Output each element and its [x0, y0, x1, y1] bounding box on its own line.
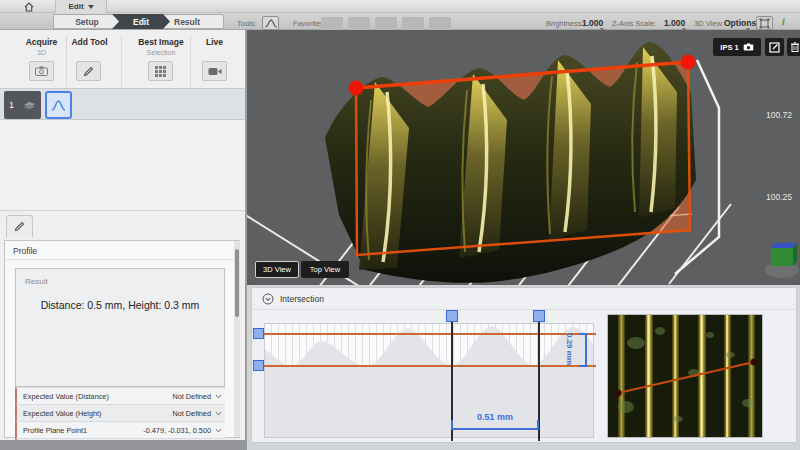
dataset-thumbnail-1[interactable]: 1 — [4, 91, 41, 119]
favorite-slot[interactable] — [402, 17, 424, 31]
result-value: Distance: 0.5 mm, Height: 0.3 mm — [16, 299, 224, 311]
profile-wave — [265, 324, 593, 437]
chevron-down-icon — [215, 428, 222, 433]
crop-frame-button[interactable] — [756, 16, 773, 30]
profile-tool-toolbar-button[interactable] — [262, 16, 279, 30]
dimension-tick — [579, 365, 587, 367]
intersection-area: Intersection 0.51 mm — [247, 285, 800, 450]
surface-layer-icon — [23, 100, 36, 111]
dataset-strip: 1 — [0, 88, 245, 120]
ips-label: IPS 1 — [720, 43, 738, 52]
camera-icon — [743, 43, 754, 51]
dataset-index: 1 — [9, 100, 14, 110]
lower-level-line[interactable] — [258, 365, 596, 367]
pencil-icon — [14, 221, 25, 232]
divider — [5, 259, 239, 260]
scrollbar-thumb[interactable] — [235, 249, 239, 317]
best-image-sublabel: Selection — [130, 49, 192, 56]
orientation-cube[interactable] — [765, 243, 799, 278]
add-tool-button[interactable] — [76, 61, 101, 81]
workspace-menu-label: Edit — [68, 2, 83, 11]
favorite-slot[interactable] — [429, 17, 451, 31]
right-cursor-handle[interactable] — [533, 310, 545, 322]
home-button[interactable] — [18, 1, 40, 12]
left-cursor-handle[interactable] — [446, 310, 458, 322]
property-row-expected-distance[interactable]: Expected Value (Distance) Not Defined — [15, 387, 225, 404]
live-label: Live — [192, 37, 237, 47]
3d-scene — [247, 30, 800, 285]
z-axis-scale-label: Z-Axis Scale: — [612, 19, 656, 28]
tab-setup[interactable]: Setup — [53, 14, 121, 29]
divider — [190, 35, 191, 87]
lower-level-handle[interactable] — [253, 360, 264, 371]
pencil-icon — [83, 66, 94, 77]
3d-view-label: 3D View: — [694, 19, 724, 28]
export-icon — [769, 42, 780, 53]
left-panel: Acquire 3D Add Tool Best Image Selection — [0, 30, 247, 440]
export-button[interactable] — [765, 38, 784, 56]
favorite-slot[interactable] — [348, 17, 370, 31]
z-axis-tick-lower: 100.25 — [759, 192, 799, 202]
best-image-selection-button[interactable] — [148, 61, 173, 81]
edit-profile-tab[interactable] — [6, 215, 33, 237]
upper-level-line[interactable] — [258, 333, 596, 335]
property-row-plane-point1[interactable]: Profile Plane Point1 -0.479, -0.031, 0.5… — [15, 421, 225, 438]
divider — [252, 309, 796, 310]
tab-edit[interactable]: Edit — [112, 14, 170, 29]
result-box: Result Distance: 0.5 mm, Height: 0.3 mm — [15, 268, 225, 387]
camera-icon — [35, 66, 48, 76]
view-mode-3d-button[interactable]: 3D View — [255, 261, 299, 278]
add-tool-label: Add Tool — [62, 37, 117, 47]
ips-capture-button[interactable]: IPS 1 — [713, 38, 761, 56]
result-label: Result — [25, 277, 48, 286]
intersection-title: Intersection — [280, 294, 324, 304]
plane-handle-right[interactable] — [681, 55, 696, 70]
favorite-slot[interactable] — [321, 17, 343, 31]
distance-value-label: 0.51 mm — [451, 412, 539, 422]
best-image-label: Best Image — [130, 37, 192, 47]
crop-frame-icon — [759, 18, 770, 29]
acquire-label: Acquire — [14, 37, 69, 47]
status-strip — [0, 440, 247, 450]
3d-viewport[interactable]: IPS 1 100.72 100.25 3D View — [247, 30, 800, 285]
plane-handle-left[interactable] — [349, 81, 364, 96]
3d-view-options[interactable]: Options — [722, 18, 758, 29]
intersection-header[interactable]: Intersection — [262, 293, 324, 305]
surface-camera-image[interactable] — [607, 314, 763, 438]
height-value-label: 0.29 mm — [565, 333, 574, 365]
favorite-slot[interactable] — [375, 17, 397, 31]
profile-curve-icon — [265, 19, 277, 28]
chevron-down-icon — [215, 394, 222, 399]
video-camera-icon — [208, 67, 222, 76]
divider — [121, 35, 122, 87]
dimension-tick — [579, 333, 587, 335]
main-toolbar: Setup Edit Result Tools: Favorites: Brig… — [0, 13, 800, 30]
chevron-down-icon — [215, 411, 222, 416]
brightness-label: Brightness: — [546, 19, 584, 28]
workspace-menu-tab[interactable]: Edit — [55, 0, 107, 13]
trash-icon — [791, 42, 799, 52]
z-axis-tick-upper: 100.72 — [759, 110, 799, 120]
app-window: Edit Setup Edit Result Tools: Favorites:… — [0, 0, 800, 450]
tools-label: Tools: — [237, 19, 257, 28]
profile-panel: Profile Result Distance: 0.5 mm, Height:… — [4, 240, 240, 438]
acquire-sublabel: 3D — [14, 49, 69, 56]
intersection-panel: Intersection 0.51 mm — [251, 287, 797, 443]
property-row-expected-height[interactable]: Expected Value (Height) Not Defined — [15, 404, 225, 421]
profile-tool-selected-button[interactable] — [45, 91, 72, 119]
profile-curve-icon — [51, 100, 66, 111]
home-icon — [24, 2, 34, 12]
acquire-3d-button[interactable] — [29, 61, 54, 81]
view-mode-top-button[interactable]: Top View — [301, 261, 349, 278]
camera-image-content — [608, 315, 762, 437]
info-icon[interactable]: i — [782, 16, 785, 27]
upper-level-handle[interactable] — [253, 328, 264, 339]
delete-button[interactable] — [787, 38, 800, 56]
live-button[interactable] — [202, 61, 227, 81]
chevron-down-icon — [88, 5, 94, 9]
height-dimension-line — [585, 334, 587, 367]
intersection-profile-chart[interactable]: 0.51 mm 0.29 mm — [264, 323, 594, 438]
distance-dimension-line — [451, 428, 539, 430]
collapse-icon — [262, 293, 274, 305]
grid-icon — [155, 66, 166, 77]
